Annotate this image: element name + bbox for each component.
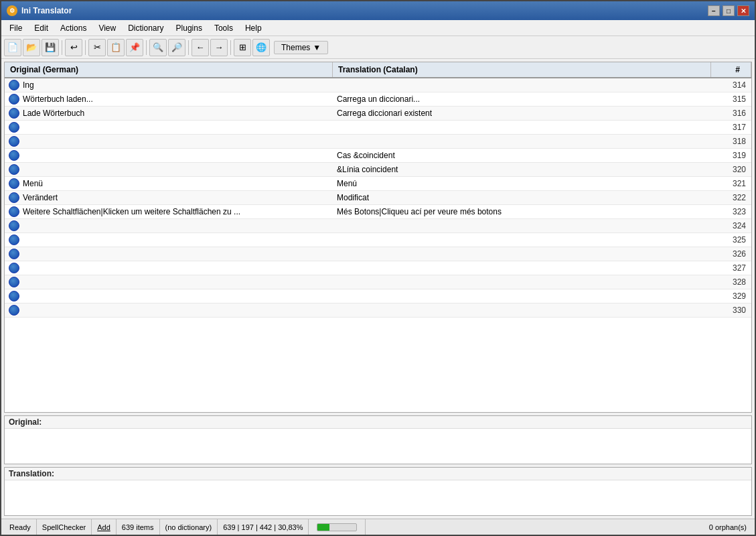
cell-original-1: Wörterbuch laden... (5, 92, 333, 106)
table-row[interactable]: 327 (5, 261, 751, 275)
translation-panel-label: Translation: (5, 468, 751, 480)
status-progress (309, 519, 366, 535)
table-row[interactable]: Weitere Schaltflächen|Klicken um weitere… (5, 205, 751, 219)
table-row[interactable]: MenüMenú321 (5, 177, 751, 191)
cell-num-13: 327 (711, 262, 751, 274)
themes-label: Themes (281, 43, 310, 52)
original-textarea[interactable] (5, 429, 751, 464)
menu-view[interactable]: View (93, 22, 121, 34)
toolbar-save-btn[interactable]: 💾 (42, 39, 59, 56)
menu-tools[interactable]: Tools (209, 22, 238, 34)
toolbar-prev-btn[interactable]: ← (192, 39, 209, 56)
menu-plugins[interactable]: Plugins (171, 22, 208, 34)
cell-num-0: 314 (711, 79, 751, 91)
original-text: Menü (23, 179, 43, 188)
cell-num-16: 330 (711, 304, 751, 316)
original-text: Verändert (23, 193, 58, 202)
progress-bar-container (317, 523, 357, 531)
toolbar-translate-btn[interactable]: 🌐 (252, 39, 270, 56)
cell-translation-10 (333, 224, 711, 227)
table-row[interactable]: 318 (5, 135, 751, 149)
row-icon (9, 263, 19, 273)
row-icon (9, 277, 19, 287)
menu-edit[interactable]: Edit (29, 22, 54, 34)
toolbar-paste-btn[interactable]: 📌 (126, 39, 143, 56)
toolbar-search2-btn[interactable]: 🔎 (168, 39, 185, 56)
toolbar-cut-btn[interactable]: ✂ (88, 39, 106, 56)
toolbar-search-btn[interactable]: 🔍 (149, 39, 167, 56)
title-bar: ⚙ Ini Translator − □ ✕ (1, 1, 755, 20)
row-icon (9, 94, 19, 105)
cell-translation-13 (333, 267, 711, 269)
maximize-button[interactable]: □ (723, 5, 735, 16)
row-icon (9, 234, 19, 245)
translation-textarea[interactable] (5, 480, 751, 515)
toolbar-copy-btn[interactable]: 📋 (107, 39, 125, 56)
toolbar-sep-2 (85, 40, 86, 55)
cell-translation-9: Més Botons|Cliqueu ací per veure més bot… (333, 206, 711, 218)
menu-bar: File Edit Actions View Dictionary Plugin… (1, 20, 755, 36)
cell-translation-8: Modificat (333, 192, 711, 204)
cell-num-11: 325 (711, 234, 751, 246)
close-button[interactable]: ✕ (737, 5, 749, 16)
cell-translation-5: Cas &coincident (333, 149, 711, 161)
minimize-button[interactable]: − (708, 5, 720, 16)
toolbar-new-btn[interactable]: 📄 (4, 39, 21, 56)
table-row[interactable]: Ing314 (5, 78, 751, 92)
translation-panel: Translation: (4, 467, 752, 516)
table-row[interactable]: 326 (5, 247, 751, 261)
toolbar-view-btn[interactable]: ⊞ (234, 39, 251, 56)
cell-num-6: 320 (711, 163, 751, 176)
table-row[interactable]: Wörterbuch laden...Carrega un diccionari… (5, 92, 751, 107)
header-translation: Translation (Catalan) (333, 62, 711, 77)
table-row[interactable]: 330 (5, 304, 751, 318)
status-ready: Ready (4, 519, 37, 535)
table-row[interactable]: 317 (5, 121, 751, 135)
cell-original-2: Lade Wörterbuch (5, 107, 333, 120)
cell-original-0: Ing (5, 78, 333, 92)
title-bar-controls: − □ ✕ (708, 5, 749, 16)
table-row[interactable]: 328 (5, 275, 751, 289)
table-row[interactable]: Lade WörterbuchCarrega diccionari existe… (5, 107, 751, 121)
row-icon (9, 80, 19, 90)
themes-dropdown[interactable]: Themes ▼ (274, 41, 328, 54)
original-text: Wörterbuch laden... (23, 94, 93, 104)
row-icon (9, 192, 19, 203)
cell-translation-11 (333, 239, 711, 241)
main-area: Original (German) Translation (Catalan) … (1, 59, 755, 519)
toolbar-next-btn[interactable]: → (210, 39, 228, 56)
cell-num-12: 326 (711, 248, 751, 260)
cell-translation-14 (333, 281, 711, 283)
cell-translation-3 (333, 126, 711, 129)
row-icon (9, 305, 19, 316)
table-row[interactable]: &Línia coincident320 (5, 163, 751, 177)
toolbar-open-btn[interactable]: 📂 (23, 39, 40, 56)
table-row[interactable]: Cas &coincident319 (5, 149, 751, 163)
cell-original-7: Menü (5, 177, 333, 190)
menu-help[interactable]: Help (240, 22, 267, 34)
table-row[interactable]: VerändertModificat322 (5, 191, 751, 205)
original-panel: Original: (4, 415, 752, 464)
cell-original-4 (5, 135, 333, 148)
cell-num-3: 317 (711, 121, 751, 133)
menu-dictionary[interactable]: Dictionary (123, 22, 169, 34)
cell-original-3 (5, 121, 333, 134)
toolbar: 📄 📂 💾 ↩ ✂ 📋 📌 🔍 🔎 ← → ⊞ 🌐 Themes ▼ (1, 36, 755, 59)
menu-actions[interactable]: Actions (55, 22, 92, 34)
cell-translation-15 (333, 295, 711, 297)
cell-original-15 (5, 289, 333, 303)
toolbar-undo-btn[interactable]: ↩ (65, 39, 82, 56)
cell-num-5: 319 (711, 149, 751, 161)
table-row[interactable]: 325 (5, 233, 751, 247)
toolbar-sep-3 (146, 40, 147, 55)
cell-num-2: 316 (711, 107, 751, 119)
table-row[interactable]: 324 (5, 219, 751, 233)
cell-original-10 (5, 219, 333, 232)
row-icon (9, 291, 19, 302)
menu-file[interactable]: File (4, 22, 27, 34)
table-body[interactable]: Ing314Wörterbuch laden...Carrega un dicc… (5, 78, 751, 412)
original-text: Lade Wörterbuch (23, 109, 84, 118)
main-window: ⚙ Ini Translator − □ ✕ File Edit Actions… (0, 0, 756, 536)
status-stats: 639 | 197 | 442 | 30,83% (218, 519, 309, 535)
table-row[interactable]: 329 (5, 289, 751, 304)
